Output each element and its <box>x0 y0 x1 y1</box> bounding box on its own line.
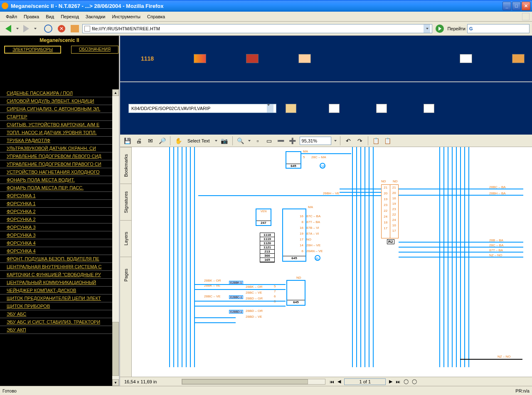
pdf-zoom-in-icon[interactable]: 🔍 <box>236 136 245 145</box>
list-item[interactable]: СИРЕНА СИГНАЛИЗ. С АВТОНОВНЫМ ЭЛ. <box>0 105 119 113</box>
car-icon[interactable] <box>298 54 311 63</box>
list-item[interactable]: ФОРСУНКА 2 <box>0 208 119 216</box>
pdf-fit-page-icon[interactable]: ▫ <box>253 136 262 145</box>
variant-select[interactable]: K84/DD/CPE/SOP02C/LVAVIP/LVARIP <box>128 104 276 113</box>
folder3-icon[interactable] <box>424 104 434 113</box>
pdf-snapshot-icon[interactable]: 📷 <box>220 136 229 145</box>
stop-button[interactable]: ✕ <box>56 23 67 34</box>
menu-view[interactable]: Вид <box>42 13 57 20</box>
pdf-rotate-cw-icon[interactable]: ↷ <box>355 136 365 145</box>
pdf-zoom-input[interactable]: 95,31% <box>300 137 331 145</box>
pdf-last-page[interactable]: ⏭ <box>396 379 400 384</box>
list-item[interactable]: ФОРСУНКА 1 <box>0 192 119 200</box>
list-item[interactable]: ФОРСУНКА 2 <box>0 216 119 223</box>
pdf-print-icon[interactable]: 🖨 <box>134 136 143 145</box>
maximize-button[interactable]: □ <box>512 2 521 10</box>
list-item[interactable]: ФОНАРЬ ПОЛА МЕСТА ВОДИТ. <box>0 176 119 184</box>
menu-help[interactable]: Справка <box>144 13 168 20</box>
list-item[interactable]: ФОРСУНКА 3 <box>0 231 119 239</box>
doc-icon[interactable] <box>512 54 525 63</box>
list-item[interactable]: ЭБУ АБС <box>0 310 119 318</box>
pdf-next-page[interactable]: ▶ <box>389 379 392 384</box>
tab-signatures[interactable]: Signatures <box>120 184 131 220</box>
list-item[interactable]: ЩИТОК ПРИБОРОВ <box>0 302 119 310</box>
list-item[interactable]: ЦЕНТРАЛЬНЫЙ КОММУНИКАЦИОННЫЙ <box>0 279 119 287</box>
address-bar[interactable]: file:///Y:/RUS/HTM/ENTREE.HTM <box>82 24 432 33</box>
fuse-icon[interactable] <box>246 54 259 63</box>
tab-electrics[interactable]: ЭЛЕКТРОПРИБОРЫ <box>4 46 61 54</box>
search-engine-icon[interactable]: G <box>469 26 473 31</box>
list-item[interactable]: ФРОНТ. ПОДУШКА БЕЗОП. ВОДИТЕЛЯ ПЕ <box>0 255 119 263</box>
pdf-rotate-ccw-icon[interactable]: ↶ <box>344 136 353 145</box>
pdf-prev-page[interactable]: ◀ <box>337 379 341 384</box>
reload-button[interactable] <box>42 23 54 34</box>
scroll-up-button[interactable]: ▲ <box>112 89 119 96</box>
go-button[interactable] <box>434 23 446 34</box>
tab-legend[interactable]: ОБОЗНАЧЕНИЯ <box>71 46 118 54</box>
list-item[interactable]: СЧИТЫВ. УСТРОЙСТВО КАРТОЧКИ, А/М Е <box>0 121 119 129</box>
list-item[interactable]: УСТРОЙСТВО НАГНЕТАНИЯ ХОЛОДНОГО <box>0 168 119 176</box>
forward-history-dropdown[interactable] <box>34 28 37 29</box>
list-item[interactable]: ЧЕЙНДЖЕР КОМПАКТ-ДИСКОВ <box>0 287 119 294</box>
list-item[interactable]: ФОРСУНКА 1 <box>0 200 119 208</box>
home-button[interactable] <box>69 23 81 34</box>
list-item[interactable]: ФОРСУНКА 4 <box>0 247 119 255</box>
folder1-icon[interactable] <box>329 104 340 113</box>
component-box-247: VEN247 <box>256 209 271 226</box>
list-item[interactable]: УПРАВЛЕНИЕ ПОДОГРЕВОМ ПРАВОГО СИ <box>0 160 119 168</box>
pdf-text-select-icon[interactable]: Select Text <box>185 136 212 145</box>
tab-layers[interactable]: Layers <box>120 220 131 257</box>
pdf-fwd-view[interactable]: ◯ <box>412 379 417 384</box>
menu-edit[interactable]: Правка <box>20 13 42 20</box>
pdf-hand-icon[interactable]: ✋ <box>174 136 183 145</box>
list-item[interactable]: ФОРСУНКА 4 <box>0 239 119 247</box>
list-item[interactable]: СТАРТЕР <box>0 113 119 121</box>
tab-bookmarks[interactable]: Bookmarks <box>120 147 131 184</box>
list-item[interactable]: УПРАВЛЕНИЕ ПОДОГРЕВОМ ЛЕВОГО СИД <box>0 152 119 160</box>
list-item[interactable]: СИДЕНЬЕ ПАССАЖИРА / ПОЛ <box>0 89 119 97</box>
scroll-down-button[interactable]: ▼ <box>112 379 119 386</box>
pdf-search-icon[interactable]: 🔎 <box>158 136 167 145</box>
menu-go[interactable]: Переход <box>57 13 82 20</box>
pdf-save-icon[interactable]: 💾 <box>123 136 132 145</box>
list-item[interactable]: ЦЕНТРАЛЬНАЯ ВНУТРЕННЯЯ СИСТЕМА С <box>0 263 119 271</box>
close-button[interactable]: ✕ <box>522 2 530 10</box>
pdf-back-view[interactable]: ◯ <box>404 379 409 384</box>
book-icon[interactable] <box>460 54 472 63</box>
list-item[interactable]: ТОПЛ. НАСОС И ДАТЧИК УРОВНЯ ТОПЛ. <box>0 129 119 137</box>
address-dropdown[interactable] <box>424 25 430 33</box>
add-icon[interactable] <box>286 104 296 113</box>
menu-tools[interactable]: Инструменты <box>108 13 144 20</box>
folder2-icon[interactable] <box>376 104 387 113</box>
forward-button[interactable] <box>20 23 32 34</box>
pdf-zoom-out-icon[interactable]: ➖ <box>276 136 286 145</box>
list-item[interactable]: ФОНАРЬ ПОЛА МЕСТА ПЕР. ПАСС. <box>0 184 119 192</box>
pdf-zoom-plus-icon[interactable]: ➕ <box>288 136 297 145</box>
pdf-fit-width-icon[interactable]: ▭ <box>265 136 274 145</box>
list-item[interactable]: ЭБУ АБС И СИСТ. СТАБИЛИЗ. ТРАЕКТОРИ <box>0 318 119 326</box>
pdf-first-page[interactable]: ⏮ <box>330 379 334 384</box>
list-item[interactable]: КАРТОЧКИ С ФУНКЦИЕЙ "СВОБОДНЫЕ РУ <box>0 271 119 279</box>
pdf-hscroll[interactable] <box>182 379 325 385</box>
list-item[interactable]: УЛЬТРАЗВУКОВОЙ ДАТЧИК ОХРАНН. СИ <box>0 145 119 152</box>
pdf-clipboard1-icon[interactable]: 📋 <box>372 136 381 145</box>
connector-icon[interactable] <box>194 54 206 63</box>
tab-pages[interactable]: Pages <box>120 257 131 293</box>
list-item[interactable]: СИЛОВОЙ МОДУЛЬ ЭЛВЕНТ. КОНДИЦИ <box>0 97 119 105</box>
wiring-diagram[interactable]: 645 MA 5 28C – MA GR 2120192322241817 21… <box>132 147 532 377</box>
pdf-page-input[interactable]: 1 of 1 <box>344 378 386 385</box>
menu-bookmarks[interactable]: Закладки <box>82 13 109 20</box>
list-item[interactable]: ЩИТОК ПРЕДОХРАНИТЕЛЕЙ ЦЕПИ ЭЛЕКТ <box>0 294 119 302</box>
list-item[interactable]: ТРУБКА РАДИОТЛФ <box>0 137 119 145</box>
search-box[interactable]: G <box>467 24 530 33</box>
scroll-thumb[interactable] <box>112 322 119 376</box>
menu-file[interactable]: Файл <box>2 13 20 20</box>
list-item[interactable]: ФОРСУНКА 3 <box>0 223 119 231</box>
back-history-dropdown[interactable] <box>16 28 19 29</box>
back-button[interactable] <box>2 23 14 34</box>
pdf-clipboard2-icon[interactable]: 📋 <box>383 136 392 145</box>
pdf-email-icon[interactable]: ✉ <box>146 136 155 145</box>
minimize-button[interactable]: _ <box>502 2 511 10</box>
list-item[interactable]: ЭБУ АКП <box>0 326 119 334</box>
list-scrollbar[interactable]: ▲ ▼ <box>112 89 119 386</box>
